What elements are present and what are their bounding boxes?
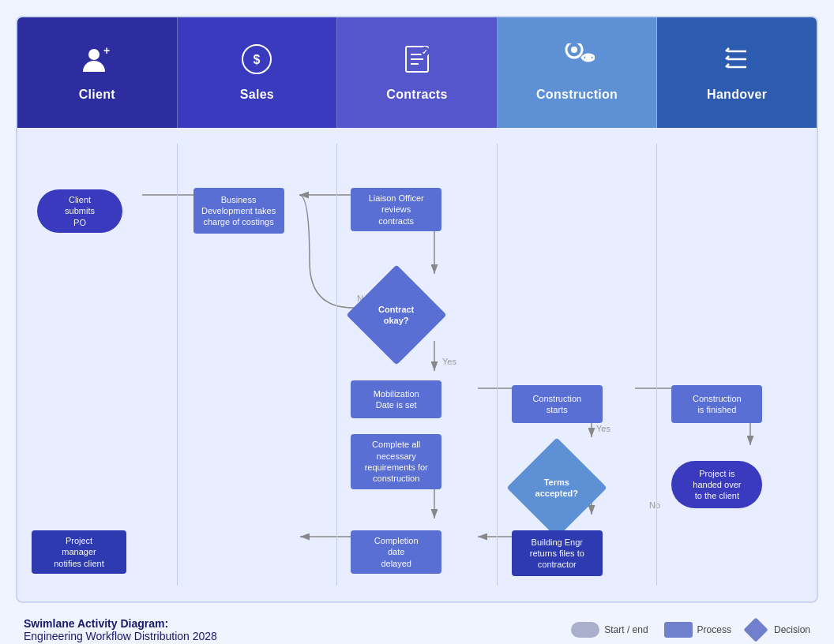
lane-sales: Business Development takes charge of cos… — [178, 144, 338, 586]
client-submits-box: Client submits PO — [37, 189, 122, 233]
header-client: + Client — [17, 17, 178, 128]
complete-reqs-box: Complete all necessary requirements for … — [351, 434, 441, 489]
handover-icon — [721, 43, 753, 81]
terms-accepted-wrapper: Terms accepted? — [513, 453, 600, 522]
headers-row: + Client $ Sales — [17, 17, 817, 128]
header-construction: Construction — [498, 17, 658, 128]
header-construction-label: Construction — [536, 88, 618, 102]
terms-accepted-diamond — [506, 437, 607, 537]
lane-construction: Construction starts Terms accepted? Buil… — [498, 144, 658, 586]
legend: Start / end Process Decision — [571, 621, 810, 638]
header-contracts: ✓ Contracts — [337, 17, 498, 128]
lane-contracts: Liaison Officer reviews contracts Contra… — [337, 144, 498, 586]
footer: Swimlane Activity Diagram: Engineering W… — [16, 617, 818, 642]
construction-finished-box: Construction is finished — [671, 385, 762, 423]
footer-title-bold: Swimlane Activity Diagram: — [24, 617, 168, 630]
swimlane-container: + Client $ Sales — [16, 16, 818, 603]
header-handover-label: Handover — [707, 88, 767, 102]
footer-title-normal: Engineering Workflow Distribution 2028 — [24, 630, 217, 642]
diagram-wrapper: + Client $ Sales — [0, 0, 834, 644]
legend-diamond-shape — [743, 617, 768, 642]
legend-rect-shape — [664, 622, 693, 638]
lane-construction-content: Construction starts Terms accepted? Buil… — [498, 144, 657, 586]
construction-starts-box: Construction starts — [512, 385, 603, 423]
legend-start-end: Start / end — [571, 622, 648, 638]
header-handover: Handover — [657, 17, 817, 128]
legend-decision: Decision — [747, 621, 810, 638]
svg-point-10 — [571, 47, 577, 53]
lane-client-content: Client submits PO Project manager notifi… — [17, 144, 177, 586]
biz-dev-box: Business Development takes charge of cos… — [193, 188, 284, 234]
footer-title: Swimlane Activity Diagram: Engineering W… — [24, 617, 217, 642]
legend-stadium-shape — [571, 622, 599, 638]
contract-okay-diamond — [346, 264, 446, 365]
legend-start-end-label: Start / end — [604, 624, 648, 635]
lane-client: Client submits PO Project manager notifi… — [17, 144, 178, 586]
completion-delayed-box: Completion date delayed — [351, 530, 441, 574]
svg-text:$: $ — [254, 53, 261, 66]
lane-handover: Construction is finished Project is hand… — [657, 144, 817, 586]
svg-point-11 — [585, 54, 592, 61]
building-engr-box: Building Engr returns files to contracto… — [512, 530, 603, 576]
liaison-officer-box: Liaison Officer reviews contracts — [351, 188, 441, 231]
svg-text:+: + — [103, 44, 110, 57]
project-handover-box: Project is handed over to the client — [671, 461, 762, 508]
contracts-icon: ✓ — [403, 43, 431, 81]
project-manager-box: Project manager notifies client — [32, 530, 126, 574]
client-icon: + — [81, 43, 113, 81]
lanes-body: No Yes Yes No Client submits PO — [17, 128, 817, 601]
sales-icon: $ — [241, 43, 272, 81]
legend-process: Process — [664, 622, 731, 638]
legend-process-label: Process — [697, 624, 731, 635]
svg-text:✓: ✓ — [422, 48, 428, 56]
construction-icon — [560, 43, 595, 81]
mobilization-box: Mobilization Date is set — [351, 380, 441, 418]
header-sales-label: Sales — [240, 88, 274, 102]
header-contracts-label: Contracts — [386, 88, 447, 102]
header-sales: $ Sales — [178, 17, 338, 128]
contract-okay-wrapper: Contract okay? — [351, 279, 441, 350]
lane-sales-content: Business Development takes charge of cos… — [178, 144, 337, 586]
legend-decision-label: Decision — [774, 624, 810, 635]
lane-contracts-content: Liaison Officer reviews contracts Contra… — [337, 144, 497, 586]
svg-point-0 — [88, 49, 100, 60]
header-client-label: Client — [79, 88, 115, 102]
lane-handover-content: Construction is finished Project is hand… — [657, 144, 817, 586]
